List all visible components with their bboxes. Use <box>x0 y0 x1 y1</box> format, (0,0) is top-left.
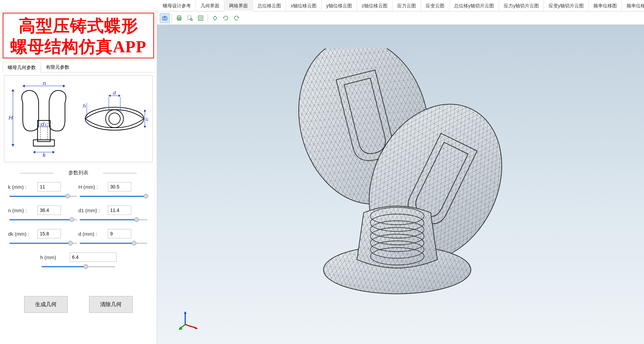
print-icon[interactable] <box>174 13 184 23</box>
slider-H[interactable] <box>80 193 147 199</box>
svg-point-34 <box>200 18 200 19</box>
view-tab-11[interactable]: 应变y轴切片云图 <box>544 0 589 11</box>
rotate-ccw-icon[interactable] <box>221 13 231 23</box>
view-tab-5[interactable]: y轴位移云图 <box>321 0 357 11</box>
input-d1[interactable] <box>108 206 131 215</box>
sidebar: 高型压铸式蝶形 螺母结构仿真APP 螺母几何参数有限元参数 <box>0 11 157 344</box>
zoom-extents-icon[interactable] <box>196 13 206 23</box>
svg-point-32 <box>200 17 200 18</box>
svg-line-30 <box>192 20 193 21</box>
mesh-viewport[interactable] <box>157 25 644 344</box>
svg-point-33 <box>201 17 202 18</box>
input-d[interactable] <box>108 229 131 238</box>
view-tab-1[interactable]: 几何界面 <box>196 0 224 11</box>
svg-rect-31 <box>198 16 203 20</box>
input-k[interactable] <box>38 182 61 191</box>
label-k: k (mm) : <box>8 184 35 190</box>
input-dk[interactable] <box>38 229 61 238</box>
view-tab-10[interactable]: 应力y轴切片云图 <box>499 0 544 11</box>
view-tab-12[interactable]: 频率位移图 <box>589 0 622 11</box>
param-list-header: 参数列表 <box>0 170 157 176</box>
svg-text:d₁: d₁ <box>41 121 47 127</box>
clear-geometry-button[interactable]: 清除几何 <box>89 296 133 313</box>
generate-geometry-button[interactable]: 生成几何 <box>24 296 68 313</box>
view-tab-0[interactable]: 螺母设计参考 <box>158 0 196 11</box>
svg-line-54 <box>185 325 196 328</box>
axis-gizmo-icon <box>178 310 199 330</box>
label-d1: d1 (mm) : <box>78 208 105 213</box>
label-dk: dk (mm) : <box>8 231 35 237</box>
view-tab-6[interactable]: z轴位移云图 <box>357 0 392 11</box>
label-H: H (mm) : <box>78 184 105 190</box>
view-tab-2[interactable]: 网格界面 <box>224 0 253 11</box>
svg-text:h: h <box>83 103 86 109</box>
view-tab-13[interactable]: 频率位移切片图 <box>622 0 644 11</box>
label-d: d (mm) : <box>78 231 105 237</box>
svg-text:n: n <box>43 80 46 87</box>
view-tab-8[interactable]: 应变云图 <box>421 0 449 11</box>
label-h: h (mm) <box>40 254 67 260</box>
param-tabs: 螺母几何参数有限元参数 <box>3 62 154 72</box>
svg-rect-1 <box>33 140 55 146</box>
app-title: 高型压铸式蝶形 螺母结构仿真APP <box>3 13 154 58</box>
reset-view-icon[interactable] <box>210 13 220 23</box>
camera-icon[interactable] <box>160 13 170 23</box>
svg-text:dₖ: dₖ <box>146 116 148 122</box>
svg-text:d: d <box>113 90 116 96</box>
param-tab-1[interactable]: 有限元参数 <box>41 62 74 72</box>
param-form: k (mm) : H (mm) : n (mm) : d1 (mm) : dk … <box>0 182 157 276</box>
svg-point-13 <box>105 110 123 127</box>
view-tabs: 螺母设计参考几何界面网格界面总位移云图x轴位移云图y轴位移云图z轴位移云图应力云… <box>0 0 644 11</box>
slider-n[interactable] <box>9 217 77 222</box>
svg-text:H: H <box>9 115 13 121</box>
title-line-1: 高型压铸式蝶形 <box>5 15 151 36</box>
input-n[interactable] <box>38 206 61 215</box>
input-H[interactable] <box>108 182 131 191</box>
svg-point-14 <box>109 113 120 124</box>
svg-rect-28 <box>188 16 191 19</box>
svg-point-35 <box>201 18 202 19</box>
view-tab-3[interactable]: 总位移云图 <box>253 0 286 11</box>
slider-d[interactable] <box>80 240 147 246</box>
svg-point-24 <box>164 17 166 19</box>
label-n: n (mm) : <box>8 208 35 213</box>
wing-nut-mesh <box>233 48 568 310</box>
view-tab-7[interactable]: 应力云图 <box>392 0 421 11</box>
svg-marker-53 <box>184 311 187 314</box>
svg-marker-55 <box>195 327 198 329</box>
param-tab-0[interactable]: 螺母几何参数 <box>3 62 41 72</box>
slider-k[interactable] <box>9 193 77 199</box>
viewport-toolbar <box>157 11 644 25</box>
input-h[interactable] <box>70 252 117 262</box>
title-line-2: 螺母结构仿真APP <box>5 36 151 57</box>
view-tab-9[interactable]: 总位移y轴切片云图 <box>449 0 499 11</box>
view-tab-4[interactable]: x轴位移云图 <box>286 0 321 11</box>
slider-dk[interactable] <box>9 240 77 246</box>
svg-text:k: k <box>43 152 46 158</box>
slider-d1[interactable] <box>80 217 147 222</box>
slider-h[interactable] <box>42 264 115 269</box>
rotate-cw-icon[interactable] <box>231 13 241 23</box>
svg-point-12 <box>85 107 144 130</box>
zoom-box-icon[interactable] <box>185 13 195 23</box>
reference-drawing: n H d₁ k <box>4 75 153 162</box>
